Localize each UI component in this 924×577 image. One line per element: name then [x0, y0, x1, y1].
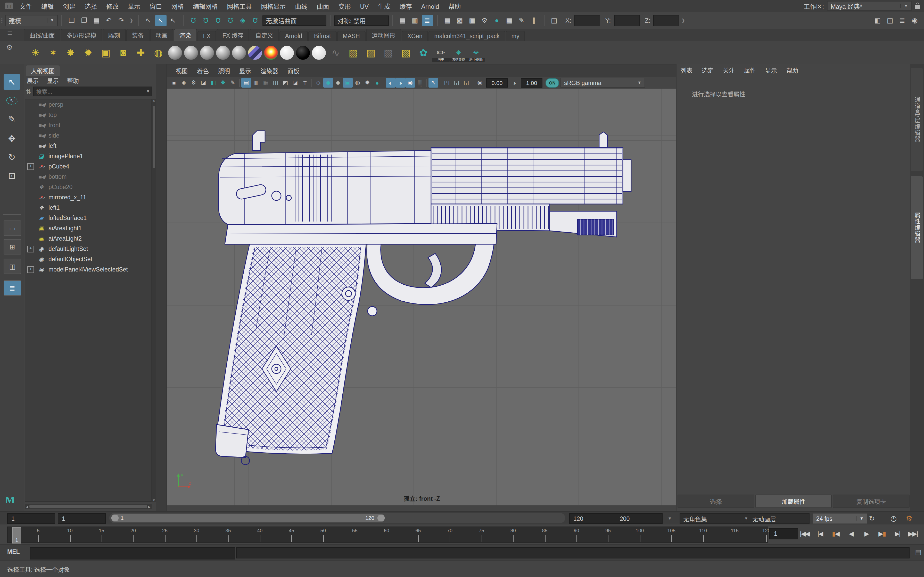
ipr-render-icon[interactable]: ▣ [466, 15, 478, 26]
menu-item[interactable]: 选定 [700, 66, 719, 74]
directional-light-icon[interactable]: ✶ [45, 44, 61, 61]
standard-surface-icon[interactable] [168, 45, 182, 60]
menu-item[interactable]: 帮助 [784, 66, 803, 74]
shaded-mode-icon[interactable]: ◆ [323, 78, 333, 88]
undo-icon[interactable]: ↶ [103, 15, 115, 26]
camera-attributes-icon[interactable]: ⚙ [189, 78, 199, 88]
select-hierarchy-icon[interactable]: ↖ [142, 15, 154, 26]
menu-item[interactable]: 列表 [678, 66, 698, 74]
loop-icon[interactable]: ↻ [866, 513, 877, 524]
menu-item[interactable]: 显示 [46, 76, 63, 84]
menu-item[interactable]: 帮助 [444, 3, 465, 10]
render-setup-icon[interactable]: ∿ [328, 44, 343, 61]
select-tool-icon[interactable]: ↖ [3, 74, 20, 90]
step-back-key-button[interactable]: ▮◀ [828, 527, 843, 540]
rainbow-ramp-icon[interactable] [264, 45, 278, 60]
script-editor-icon[interactable]: ▤ [915, 548, 921, 556]
group-collapser[interactable]: ❯ [682, 18, 685, 23]
history-pencil-icon[interactable]: ✏历史 [433, 44, 449, 61]
shelf-tab[interactable]: Arnold [279, 31, 308, 41]
outliner-item-bottom[interactable]: ■◀bottom [25, 172, 151, 182]
depth-of-field-icon[interactable]: ◉ [405, 78, 415, 88]
bookmark-icon[interactable]: ◪ [199, 78, 208, 88]
shelf-tab[interactable]: 动画 [150, 29, 173, 41]
menu-item[interactable]: 展示 [26, 76, 43, 84]
lights-mode-icon[interactable]: ✹ [362, 78, 372, 88]
y-coord-input[interactable] [614, 15, 640, 26]
color-management-toggle[interactable]: ON [546, 78, 559, 87]
outliner-item-loftedSurface1[interactable]: ▰loftedSurface1 [25, 213, 151, 223]
outliner-item-aiAreaLight2[interactable]: ▣aiAreaLight2 [25, 234, 151, 244]
humanik-icon[interactable]: ◫ [884, 15, 896, 26]
attribute-editor-toggle-icon[interactable]: ≣ [897, 15, 908, 26]
menu-item[interactable]: 关注 [721, 66, 740, 74]
app-grid-icon[interactable]: ◫ [5, 3, 13, 9]
resolution-gate-icon[interactable]: ▥ [251, 78, 261, 88]
shelf-tab[interactable]: FX [197, 31, 216, 41]
layout-two-button[interactable]: ◫ [3, 259, 21, 274]
image-plane-tb-icon[interactable]: ◧ [208, 78, 218, 88]
outliner-item-top[interactable]: ■◀top [25, 110, 151, 120]
anisotropic-icon[interactable] [184, 45, 198, 60]
menu-item[interactable]: 网格 [166, 3, 188, 10]
menu-item[interactable]: 曲线 [290, 3, 312, 10]
select-object-icon[interactable]: ↖ [155, 15, 166, 26]
shadows-mode-icon[interactable]: ● [372, 78, 382, 88]
outliner-hscrollbar[interactable]: ◀▶ [25, 504, 152, 509]
menu-item[interactable]: 编辑网格 [188, 3, 222, 10]
snap-to-projected-center-icon[interactable]: Ω [225, 15, 236, 26]
blinn-icon[interactable] [200, 45, 214, 60]
footer-button[interactable]: 复制选项卡 [833, 495, 909, 508]
menu-item[interactable]: Arnold [417, 3, 444, 10]
menu-item[interactable]: 文件 [15, 3, 37, 10]
shader-ball-icon[interactable]: ◍ [150, 44, 166, 61]
menu-item[interactable]: 着色 [192, 66, 213, 75]
menu-item[interactable]: 网格显示 [256, 3, 290, 10]
image-plane-edit-icon[interactable]: ◲ [462, 78, 471, 88]
ai-standard-icon[interactable] [312, 45, 326, 60]
menu-item[interactable]: 曲面 [312, 3, 334, 10]
expand-icon[interactable]: + [27, 245, 34, 252]
image-plane-back-icon[interactable]: ◱ [452, 78, 462, 88]
menu-item[interactable]: 照明 [213, 66, 234, 75]
snap-to-curve-icon[interactable]: Ω [200, 15, 211, 26]
scroll-down-icon[interactable]: ▼ [152, 499, 156, 502]
tool-settings-icon[interactable]: ◉ [909, 15, 921, 26]
shelf-tab[interactable]: 装备 [126, 29, 149, 41]
exposure-field[interactable]: 0.00 [486, 78, 508, 87]
shelf-tab[interactable]: 多边形建模 [61, 29, 102, 41]
select-camera-icon[interactable]: ▣ [169, 78, 179, 88]
render-current-frame-icon[interactable]: ▩ [454, 15, 465, 26]
phong-icon[interactable] [232, 45, 246, 60]
outliner-panel-tab[interactable]: 大纲视图 [26, 65, 60, 76]
playback-start-field[interactable]: 1 [58, 513, 106, 524]
drag-handle[interactable]: ⁞⁞⁞⁞ [1, 18, 4, 23]
snap-to-view-plane-icon[interactable]: Ω [249, 15, 261, 26]
step-forward-key-button[interactable]: ▶▮ [874, 527, 890, 540]
snap-to-grid-icon[interactable]: Ω [187, 15, 199, 26]
image-plane-front-icon[interactable]: ◰ [442, 78, 452, 88]
point-light-icon[interactable]: ✸ [63, 44, 78, 61]
use-background-icon[interactable] [296, 45, 310, 60]
go-to-end-button[interactable]: ▶▶| [905, 527, 921, 540]
surface-shader-icon[interactable] [280, 45, 294, 60]
animation-end-field[interactable]: 200 [615, 513, 662, 524]
construction-history-icon[interactable]: ≣ [422, 15, 433, 26]
live-surface-field[interactable]: 无激活曲面 [262, 15, 326, 26]
output-operations-icon[interactable]: ▥ [409, 15, 420, 26]
gear-icon[interactable]: ⚙ [6, 43, 13, 52]
render-sequence-s-icon[interactable]: ▧ [398, 44, 414, 61]
current-frame-field[interactable]: 1 [769, 528, 798, 539]
file-new-icon[interactable]: ❏ [66, 15, 78, 26]
layout-four-button[interactable]: ⊞ [3, 239, 21, 255]
frame-text-icon[interactable]: T [300, 78, 310, 88]
z-coord-input[interactable] [654, 15, 679, 26]
toggle-hardware-renderer-icon[interactable]: ✎ [516, 15, 527, 26]
lock-camera-icon[interactable]: ◈ [179, 78, 189, 88]
ambient-light-icon[interactable]: ☀ [28, 44, 43, 61]
outliner-item-persp[interactable]: ■◀persp [25, 100, 151, 110]
outliner-item-defaultObjectSet[interactable]: ◉defaultObjectSet [25, 254, 151, 264]
symmetry-field[interactable]: 对称: 禁用 [334, 15, 389, 26]
shelf-tab[interactable]: XGen [402, 31, 428, 41]
input-operations-icon[interactable]: ▤ [397, 15, 408, 26]
